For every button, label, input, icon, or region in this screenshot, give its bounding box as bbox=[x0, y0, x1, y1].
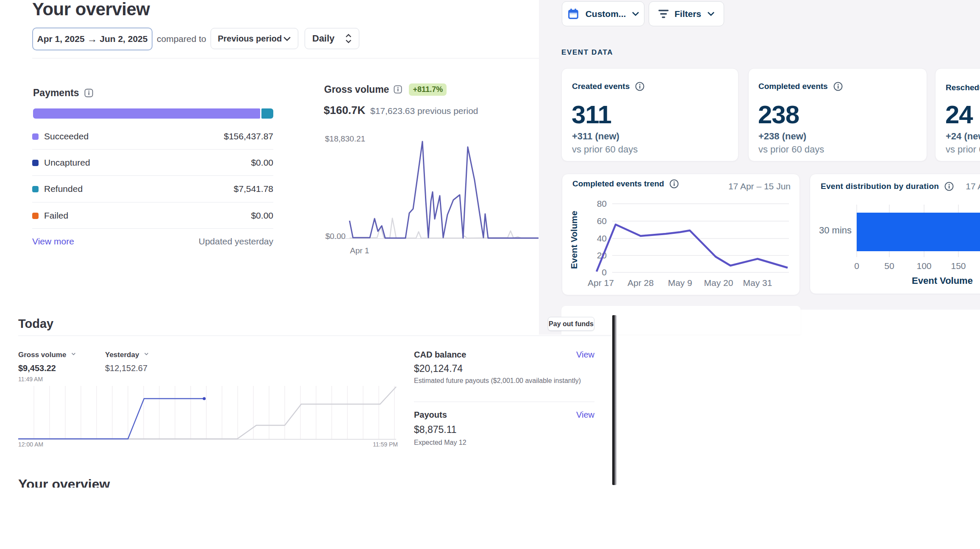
svg-text:Apr 1: Apr 1 bbox=[350, 246, 369, 255]
svg-text:$18,830.21: $18,830.21 bbox=[325, 134, 365, 143]
svg-text:May 9: May 9 bbox=[668, 278, 692, 288]
svg-text:May 20: May 20 bbox=[704, 278, 733, 288]
svg-text:Apr 17: Apr 17 bbox=[588, 278, 614, 288]
svg-text:50: 50 bbox=[884, 261, 894, 271]
svg-text:May 31: May 31 bbox=[743, 278, 772, 288]
svg-text:Event Volume: Event Volume bbox=[569, 211, 579, 269]
svg-text:30 mins: 30 mins bbox=[819, 225, 852, 236]
svg-text:Apr 28: Apr 28 bbox=[627, 278, 654, 288]
svg-text:0: 0 bbox=[854, 261, 859, 271]
svg-text:40: 40 bbox=[597, 233, 607, 243]
svg-text:80: 80 bbox=[597, 199, 607, 208]
svg-text:150: 150 bbox=[951, 261, 966, 271]
svg-text:60: 60 bbox=[597, 216, 607, 226]
svg-text:$0.00: $0.00 bbox=[325, 232, 346, 241]
svg-text:Event Volume: Event Volume bbox=[912, 275, 973, 286]
svg-text:0: 0 bbox=[602, 267, 607, 277]
svg-text:100: 100 bbox=[916, 261, 931, 271]
